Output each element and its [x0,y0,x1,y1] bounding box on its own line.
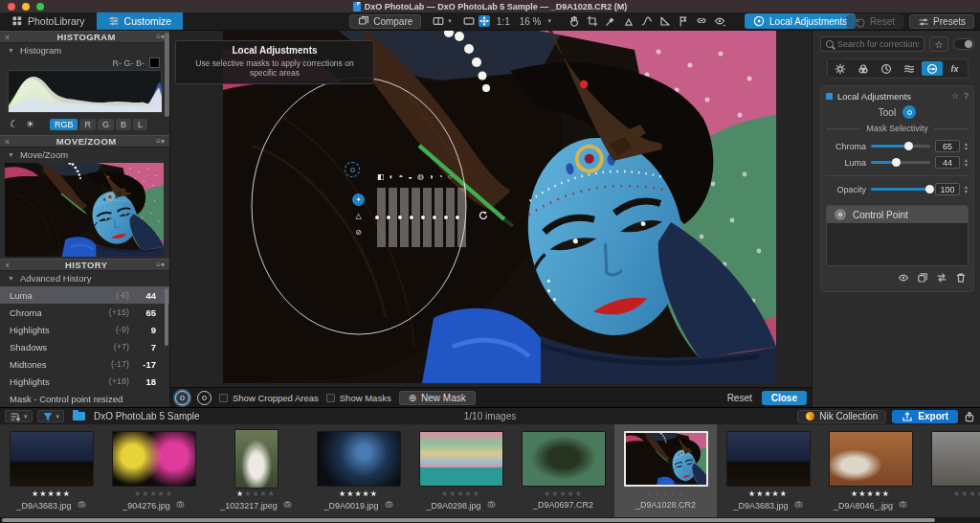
shadow-clipping-icon[interactable]: ☾ [10,119,18,129]
contrast-icon[interactable]: ◐ [390,172,394,181]
slider-knob[interactable] [925,185,934,193]
star-rating[interactable]: ★★★★★ [32,489,71,500]
star-rating[interactable]: ★★★★★ [748,489,788,500]
nik-collection-button[interactable]: Nik Collection [797,410,886,423]
compare-button[interactable]: Compare [349,14,421,29]
histogram-subheader[interactable]: ▼ Histogram [0,43,169,57]
detail-tab-icon[interactable] [899,61,920,76]
close-window-button[interactable] [8,3,15,11]
tab-photolibrary[interactable]: PhotoLibrary [0,12,97,30]
star-rating[interactable]: ★★★★★ [544,489,583,500]
corrections-toggle[interactable] [953,38,974,50]
star-rating[interactable]: ★★★★★ [953,489,980,500]
history-subheader[interactable]: ▼ Advanced History [0,271,169,284]
eraser-tool-icon[interactable]: ⊘ [352,226,365,239]
flag-tool-icon[interactable] [678,15,689,27]
control-point-marker[interactable] [345,162,360,177]
star-rating[interactable]: ★★★★★ [441,489,480,500]
history-item[interactable]: Highlights (+18) 18 [0,373,169,390]
slider-knob[interactable] [904,142,913,150]
help-icon[interactable]: ? [964,91,969,101]
left-panel-scrollbar[interactable] [165,33,169,117]
history-tab-icon[interactable] [876,61,897,76]
curves-tool-icon[interactable] [641,15,653,27]
color-tab-icon[interactable] [853,61,874,76]
thumbnail-image[interactable] [112,431,196,487]
star-rating[interactable]: ★★★★★ [134,489,173,500]
close-icon[interactable]: × [5,33,16,42]
channel-button-b[interactable]: B [116,119,131,130]
history-item[interactable]: Highlights (-9) 9 [0,321,169,338]
slider-knob[interactable] [892,158,901,167]
local-adjustments-button[interactable]: Local Adjustments [745,13,856,29]
star-rating[interactable]: ★★★★★ [646,489,685,500]
color-picker-tool-icon[interactable]: △ [352,210,365,222]
star-rating[interactable]: ★★★★★ [339,489,378,500]
favorite-star-icon[interactable]: ☆ [951,91,959,101]
filmstrip-item[interactable]: ★★★★★ _D9A0298.jpg [410,424,512,517]
duplicate-mask-icon[interactable] [917,272,928,284]
mask-visibility-icon[interactable] [898,272,909,284]
control-point-tool-button[interactable] [902,105,916,119]
show-cropped-areas-checkbox[interactable]: Show Cropped Areas [219,393,319,403]
channel-button-g[interactable]: G [98,119,114,130]
share-icon[interactable] [964,411,975,422]
split-view-dropdown[interactable]: ▾ [448,17,452,25]
saturation-icon[interactable]: ◑ [429,172,434,181]
thumbnail-image[interactable] [522,431,606,487]
slider-stepper[interactable]: ▴▾ [965,185,968,194]
movezoom-subheader[interactable]: ▼ Move/Zoom [0,148,169,161]
slider-track[interactable] [871,161,930,164]
filmstrip-item[interactable]: ★★★★★ [922,424,980,517]
thumbnail-image[interactable] [829,431,913,487]
export-button[interactable]: Export [892,410,958,423]
mask-reset-button[interactable]: Reset [727,393,752,403]
search-corrections-input[interactable] [820,36,924,52]
filter-button[interactable]: ▾ [37,410,65,422]
image-canvas[interactable]: Local Adjustments Use selective masks to… [170,31,812,407]
link-tool-icon[interactable] [696,15,707,27]
history-item[interactable]: Luma (-6) 44 [0,286,169,304]
channel-button-r[interactable]: R [79,119,96,130]
thumbnail-image[interactable] [234,429,278,489]
crop-tool-icon[interactable] [587,15,598,27]
zoom-1to1[interactable]: 1:1 [494,16,513,27]
filmstrip-item[interactable]: ★★★★★ _904276.jpg [102,424,205,517]
slider-value-field[interactable]: 100 [935,183,960,195]
thumbnail-image[interactable] [419,431,503,487]
navigator-thumbnail[interactable] [5,163,164,257]
hand-tool-icon[interactable] [568,15,580,27]
thumbnail-image[interactable] [726,431,811,487]
light-tab-icon[interactable] [830,61,851,76]
channel-button-l[interactable]: L [133,119,147,130]
panel-menu-icon[interactable]: ≡▾ [156,137,165,146]
highlight-clipping-icon[interactable]: ☀ [26,119,34,129]
thumbnail-image[interactable] [10,431,94,487]
close-icon[interactable]: × [5,261,16,270]
show-masks-checkbox[interactable]: Show Masks [326,393,391,403]
presets-button[interactable]: Presets [909,14,974,29]
history-item[interactable]: Shadows (+7) 7 [0,338,169,355]
star-rating[interactable]: ★★★★★ [851,489,890,500]
thumbnail-image[interactable] [931,431,980,487]
temperature-icon[interactable]: ◔ [438,172,443,181]
panel-menu-icon[interactable]: ≡▾ [156,261,165,269]
panel-menu-icon[interactable]: ≡▾ [156,33,165,41]
reset-button[interactable]: Reset [846,14,903,29]
eyedropper-tool-icon[interactable] [605,15,616,27]
close-icon[interactable]: × [5,137,16,147]
slider-value-field[interactable]: 44 [935,156,960,169]
zoom-level-dropdown[interactable]: ▾ [548,17,552,25]
shadows-icon[interactable]: ◒ [408,172,412,181]
filmstrip-item[interactable]: ★★★★★ _D9A3683.jpg [717,424,819,517]
filmstrip-item[interactable]: ★★★★★ _D9A8046_.jpg [819,424,922,517]
delete-mask-icon[interactable] [955,272,967,284]
selected-mask-tool-icon[interactable]: ✦ [352,193,365,206]
zoom-level-value[interactable]: 16 % [517,16,545,27]
clone-stamp-tool-icon[interactable] [623,15,635,27]
move-zoom-tool-icon[interactable] [479,15,490,27]
history-item[interactable]: Midtones (-17) -17 [0,355,169,373]
zoom-window-button[interactable] [36,3,44,11]
control-point-add-button[interactable] [175,391,189,405]
filmstrip-item[interactable]: ★★★★★ _D9A0019.jpg [307,424,410,517]
